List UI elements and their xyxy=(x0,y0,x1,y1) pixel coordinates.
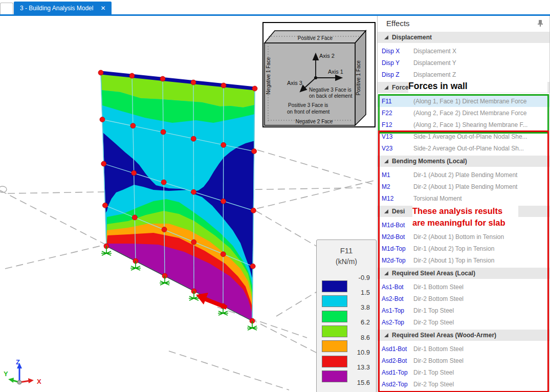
legend-value: 15.6 xyxy=(347,379,370,387)
effects-panel-titlebar: Effects xyxy=(378,16,549,30)
legend-swatch xyxy=(322,325,347,337)
effect-code: M1d-Bot xyxy=(382,222,413,229)
app-window: { "tab": { "title": "3 - Building Analys… xyxy=(0,0,550,392)
effect-code: F12 xyxy=(382,121,413,128)
inset-note-front-1: Positive 3 Face is xyxy=(288,102,328,108)
legend-units: (kN/m) xyxy=(317,257,376,266)
inset-note-front-2: on front of element xyxy=(287,109,330,115)
wall-contour-bands xyxy=(101,73,255,321)
effect-row-m1d-top[interactable]: M1d-TopDir-1 (About 2) Top in Tension xyxy=(378,243,549,254)
effect-code: F22 xyxy=(382,110,413,117)
legend-swatch xyxy=(322,311,347,322)
effects-panel: Effects DisplacementDisp XDisplacement X… xyxy=(377,16,550,392)
expand-triangle-icon xyxy=(384,333,388,337)
axis-triad: Z X Y xyxy=(4,358,41,385)
effect-row-as1-bot[interactable]: As1-BotDir-1 Bottom Steel xyxy=(378,281,549,293)
effect-code: Asd2-Bot xyxy=(382,357,413,364)
triad-y-label: Y xyxy=(4,370,8,378)
group-header[interactable]: Required Steel Areas (Wood-Armer) xyxy=(378,330,549,341)
effect-description: (Along 1, Face 1) Direct Membrane Force xyxy=(413,98,526,105)
effect-description: Dir-2 Bottom Steel xyxy=(413,357,464,364)
expand-triangle-icon xyxy=(384,85,388,90)
group-header[interactable]: Displacement xyxy=(378,32,549,43)
forces-annotation: Forces in wall xyxy=(408,79,547,93)
effect-row-v13[interactable]: V13Side-1 Average Out-of-Plane Nodal She… xyxy=(378,130,549,142)
effect-row-m1[interactable]: M1Dir-1 (About 2) Plate Bending Moment xyxy=(378,169,549,181)
effect-code: V23 xyxy=(382,145,413,152)
inset-axis-3-label: Axis 3 xyxy=(287,80,302,86)
legend-value: 13.3 xyxy=(347,363,370,372)
legend-value: 10.9 xyxy=(347,349,370,357)
effect-code: Disp Z xyxy=(382,71,413,78)
effect-row-m2[interactable]: M2Dir-2 (About 1) Plate Bending Moment xyxy=(378,181,549,192)
group-label: Required Steel Areas (Local) xyxy=(392,270,475,277)
effect-row-f12[interactable]: F12(Along 2, Face 1) Shearing Membrane F… xyxy=(378,119,549,130)
legend-swatch xyxy=(322,295,347,307)
pin-icon[interactable] xyxy=(537,19,543,27)
effect-row-as2-bot[interactable]: As2-BotDir-2 Bottom Steel xyxy=(378,293,549,304)
group-label: Displacement xyxy=(392,34,432,41)
effect-row-v23[interactable]: V23Side-2 Average Out-of-Plane Nodal Sh.… xyxy=(378,142,549,154)
tab-title: 3 - Building Analysis Model xyxy=(20,5,93,12)
effect-description: Displacement Y xyxy=(413,59,456,67)
effect-row-m2d-bot[interactable]: M2d-BotDir-2 (About 1) Bottom in Tension xyxy=(378,231,549,243)
effect-code: Disp X xyxy=(382,48,413,55)
effect-description: Dir-1 Bottom Steel xyxy=(413,284,464,291)
tab-close-icon[interactable]: ✕ xyxy=(100,5,105,12)
effect-description: Dir-1 Bottom Steel xyxy=(413,345,464,353)
effect-row-disp-y[interactable]: Disp YDisplacement Y xyxy=(378,57,549,69)
effect-code: F11 xyxy=(382,98,413,105)
effect-code: M12 xyxy=(382,195,413,202)
effect-row-f11[interactable]: F11(Along 1, Face 1) Direct Membrane For… xyxy=(378,95,549,107)
effect-code: Asd1-Top xyxy=(382,369,413,376)
expand-triangle-icon xyxy=(384,271,388,275)
effect-description: Dir-2 (About 1) Bottom in Tension xyxy=(413,233,504,241)
effect-row-asd2-bot[interactable]: Asd2-BotDir-2 Bottom Steel xyxy=(378,355,549,366)
tab-bar: 3 - Building Analysis Model ✕ xyxy=(0,0,550,14)
effects-panel-title: Effects xyxy=(386,19,410,28)
effect-code: As2-Bot xyxy=(382,295,413,302)
group-label: Desi xyxy=(392,208,405,215)
effect-description: Dir-2 Bottom Steel xyxy=(413,295,464,302)
inset-negative-1-face: Negative 1 Face xyxy=(266,57,271,94)
effect-description: Side-2 Average Out-of-Plane Nodal Sh... xyxy=(413,145,524,152)
inset-note-back-1: Negative 3 Face is xyxy=(309,87,351,93)
legend-value: 1.5 xyxy=(347,289,370,297)
triad-z-label: Z xyxy=(16,358,20,366)
effect-code: As2-Top xyxy=(382,319,413,326)
effect-row-asd1-bot[interactable]: Asd1-BotDir-1 Bottom Steel xyxy=(378,343,549,355)
effect-row-m2d-top[interactable]: M2d-TopDir-2 (About 1) Top in Tension xyxy=(378,254,549,266)
effect-description: Dir-2 (About 1) Top in Tension xyxy=(413,257,494,264)
effect-row-disp-x[interactable]: Disp XDisplacement X xyxy=(378,45,549,57)
group-label: Bending Moments (Local) xyxy=(392,158,467,165)
effect-description: Displacement Z xyxy=(413,71,456,78)
effect-row-disp-z[interactable]: Disp ZDisplacement Z xyxy=(378,69,549,80)
effect-code: M2d-Bot xyxy=(382,233,413,241)
legend-swatch xyxy=(322,280,347,292)
expand-triangle-icon xyxy=(384,35,388,39)
effect-code: M2d-Top xyxy=(382,257,413,264)
inset-negative-2-face: Negative 2 Face xyxy=(296,119,333,124)
expand-triangle-icon xyxy=(384,159,388,163)
legend-value: -0.9 xyxy=(347,274,370,282)
effect-row-m12[interactable]: M12Torsional Moment xyxy=(378,192,549,204)
effect-description: (Along 2, Face 2) Direct Membrane Force xyxy=(413,110,526,117)
effect-row-asd2-top[interactable]: Asd2-TopDir-2 Top Steel xyxy=(378,378,549,390)
tab-partial[interactable] xyxy=(0,3,13,15)
effect-row-asd1-top[interactable]: Asd1-TopDir-1 Top Steel xyxy=(378,366,549,378)
effect-row-f22[interactable]: F22(Along 2, Face 2) Direct Membrane For… xyxy=(378,107,549,119)
effect-row-as1-top[interactable]: As1-TopDir-1 Top Steel xyxy=(378,304,549,316)
group-header[interactable]: Required Steel Areas (Local) xyxy=(378,268,549,279)
group-header[interactable]: Bending Moments (Local) xyxy=(378,156,549,167)
element-axes-inset: Positive 2 Face Negative 2 Face Negative… xyxy=(262,22,376,127)
effect-description: (Along 2, Face 1) Shearing Membrane F... xyxy=(413,121,527,128)
inset-positive-2-face: Positive 2 Face xyxy=(298,35,333,41)
effect-row-as2-top[interactable]: As2-TopDir-2 Top Steel xyxy=(378,316,549,328)
effect-code: Asd2-Top xyxy=(382,381,413,388)
effect-code: Disp Y xyxy=(382,59,413,67)
tab-building-analysis-model[interactable]: 3 - Building Analysis Model ✕ xyxy=(14,2,112,14)
expand-triangle-icon xyxy=(384,209,388,213)
slab-annotation-line2: are meaningful for slab xyxy=(412,217,518,229)
legend-title: F11 xyxy=(317,246,376,255)
effect-description: Dir-1 Top Steel xyxy=(413,307,454,314)
